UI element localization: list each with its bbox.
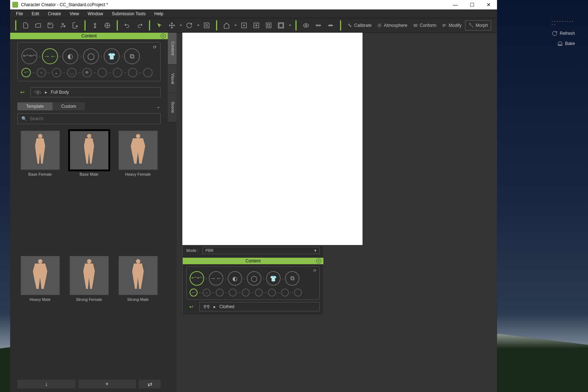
save-project-icon[interactable] bbox=[45, 20, 55, 30]
fstage-accessory-icon[interactable]: ⧉ bbox=[285, 271, 299, 286]
home-view-caret[interactable] bbox=[235, 25, 237, 26]
right-actions: • • • • • • • • • • • Refresh Bake bbox=[549, 17, 578, 49]
menubar: File Edit Create View Window Submission … bbox=[10, 9, 497, 18]
fstage-base-icon[interactable]: ⬿⬿ bbox=[190, 271, 204, 286]
camera-mode-caret[interactable] bbox=[289, 25, 291, 26]
close-icon[interactable]: ✕ bbox=[161, 33, 166, 38]
template-card[interactable]: Base Female bbox=[17, 131, 63, 251]
sub-teeth-icon[interactable]: ⩋ bbox=[52, 68, 61, 77]
maximize-button[interactable]: ☐ bbox=[464, 0, 480, 9]
move-tool-icon[interactable] bbox=[167, 20, 177, 30]
drag-handle[interactable]: • • • • • • • • • • • bbox=[552, 20, 575, 26]
fsub-empty bbox=[216, 289, 224, 297]
tab-custom[interactable]: Custom bbox=[53, 102, 85, 110]
menu-window[interactable]: Window bbox=[84, 11, 107, 17]
modify-button[interactable]: Modify bbox=[440, 23, 463, 28]
fstage-cloth-icon[interactable]: 👕 bbox=[266, 271, 281, 286]
eye-icon[interactable] bbox=[301, 20, 311, 30]
export-fbx-icon[interactable] bbox=[102, 20, 112, 30]
toolbar: Calibrate Atmosphere Conform Modify Morp… bbox=[10, 18, 497, 33]
template-card[interactable]: Strong Male bbox=[115, 256, 161, 376]
viewport-canvas[interactable] bbox=[182, 33, 363, 245]
sub-mouth-icon[interactable]: ◡ bbox=[67, 68, 76, 77]
template-card[interactable]: Strong Female bbox=[66, 256, 112, 376]
fsub-head-icon[interactable]: ○ bbox=[203, 289, 211, 297]
chevron-right-icon: ▸ bbox=[45, 90, 47, 95]
conform-button[interactable]: Conform bbox=[411, 23, 438, 28]
sub-eye-icon[interactable]: 👁 bbox=[82, 68, 92, 77]
sub-empty-4 bbox=[143, 68, 153, 77]
frame-center-icon[interactable] bbox=[251, 20, 261, 30]
tab-template[interactable]: Template bbox=[17, 102, 53, 110]
stage-base-icon[interactable]: ⬿⬿ bbox=[21, 48, 37, 64]
close-icon[interactable]: ✕ bbox=[316, 258, 321, 264]
search-input[interactable] bbox=[30, 116, 157, 121]
add-button[interactable]: + bbox=[78, 380, 136, 388]
select-tool-icon[interactable] bbox=[154, 20, 165, 30]
morph-button[interactable]: Morph bbox=[465, 20, 491, 30]
move-tool-caret[interactable] bbox=[180, 25, 182, 26]
camera-mode-icon[interactable] bbox=[276, 20, 286, 30]
stage-skin-icon[interactable]: ◐ bbox=[62, 48, 78, 64]
template-card[interactable]: Heavy Male bbox=[17, 256, 63, 376]
calibrate-button[interactable]: Calibrate bbox=[345, 23, 373, 28]
lips-flat-icon[interactable] bbox=[326, 20, 336, 30]
fsub-body-icon[interactable]: ⬿ bbox=[190, 289, 198, 297]
export-char-icon[interactable] bbox=[58, 20, 68, 30]
undo-icon[interactable] bbox=[122, 20, 132, 30]
stage-cloth-icon[interactable]: 👕 bbox=[104, 48, 120, 64]
send-to-icon[interactable] bbox=[90, 20, 100, 30]
menu-edit[interactable]: Edit bbox=[28, 11, 43, 17]
float-breadcrumb[interactable]: ⚲⚲ ▸ Clothed bbox=[199, 302, 320, 311]
stage-morph-icon[interactable]: →← bbox=[42, 48, 58, 64]
menu-create[interactable]: Create bbox=[44, 11, 65, 17]
open-project-icon[interactable] bbox=[33, 20, 43, 30]
back-icon[interactable]: ↩ bbox=[17, 88, 28, 97]
breadcrumb-label: Full Body bbox=[51, 90, 69, 95]
refresh-icon[interactable]: ⟳ bbox=[313, 268, 316, 273]
home-view-icon[interactable] bbox=[221, 20, 232, 30]
sub-body-icon[interactable]: ⬿ bbox=[21, 68, 31, 77]
refresh-button[interactable]: Refresh bbox=[552, 30, 575, 36]
rotate-tool-caret[interactable] bbox=[197, 25, 199, 26]
viewport[interactable]: Mode : PBR▾ :::::::::::::: Content ✕ ⟳ ⬿… bbox=[177, 33, 497, 392]
pipeline-stages: ⟳ ⬿⬿› →←› ◐› ◯› 👕› ⧉ ⬿ ○ ⩋ ◡ 👁 bbox=[17, 42, 161, 81]
sub-head-icon[interactable]: ○ bbox=[37, 68, 46, 77]
rotate-tool-icon[interactable] bbox=[184, 20, 194, 30]
fstage-skin-icon[interactable]: ◐ bbox=[228, 271, 242, 286]
stage-accessory-icon[interactable]: ⧉ bbox=[124, 48, 140, 64]
template-card[interactable]: Base Male bbox=[66, 131, 112, 251]
breadcrumb-label: Clothed bbox=[219, 304, 234, 309]
lips-icon[interactable] bbox=[313, 20, 323, 30]
menu-file[interactable]: File bbox=[12, 11, 26, 17]
menu-submission-tools[interactable]: Submission Tools bbox=[108, 11, 149, 17]
expand-icon[interactable]: ⌄ bbox=[156, 103, 161, 109]
svg-rect-6 bbox=[266, 23, 271, 28]
sidetab-content[interactable]: Content bbox=[168, 33, 177, 65]
fstage-morph-icon[interactable]: →← bbox=[209, 271, 223, 286]
frame-all-icon[interactable] bbox=[264, 20, 274, 30]
mode-select[interactable]: PBR▾ bbox=[202, 247, 320, 254]
zoom-fit-icon[interactable] bbox=[239, 20, 249, 30]
back-icon[interactable]: ↩ bbox=[186, 302, 196, 311]
template-card[interactable]: Heavy Female bbox=[115, 131, 161, 251]
apply-button[interactable]: ↓ bbox=[17, 380, 75, 388]
swap-button[interactable]: ⇄ bbox=[139, 380, 161, 388]
export-asset-icon[interactable] bbox=[70, 20, 80, 30]
menu-view[interactable]: View bbox=[66, 11, 83, 17]
atmosphere-button[interactable]: Atmosphere bbox=[375, 23, 409, 28]
fstage-head-icon[interactable]: ◯ bbox=[247, 271, 261, 286]
stage-head-icon[interactable]: ◯ bbox=[83, 48, 99, 64]
refresh-icon[interactable]: ⟳ bbox=[153, 45, 157, 50]
minimize-button[interactable]: — bbox=[447, 0, 464, 9]
breadcrumb[interactable]: ∵|∴ ▸ Full Body bbox=[30, 87, 161, 97]
scale-tool-icon[interactable] bbox=[202, 20, 212, 30]
new-project-icon[interactable] bbox=[21, 20, 31, 30]
bake-button[interactable]: Bake bbox=[557, 41, 575, 46]
menu-help[interactable]: Help bbox=[151, 11, 167, 17]
redo-icon[interactable] bbox=[134, 20, 145, 30]
sidetab-scene[interactable]: Scene bbox=[168, 93, 177, 122]
close-button[interactable]: ✕ bbox=[480, 0, 497, 9]
content-panel: Content ✕ ⟳ ⬿⬿› →←› ◐› ◯› 👕› ⧉ ⬿ ○ ⩋ ◡ bbox=[10, 33, 168, 392]
sidetab-visual[interactable]: Visual bbox=[168, 65, 177, 93]
